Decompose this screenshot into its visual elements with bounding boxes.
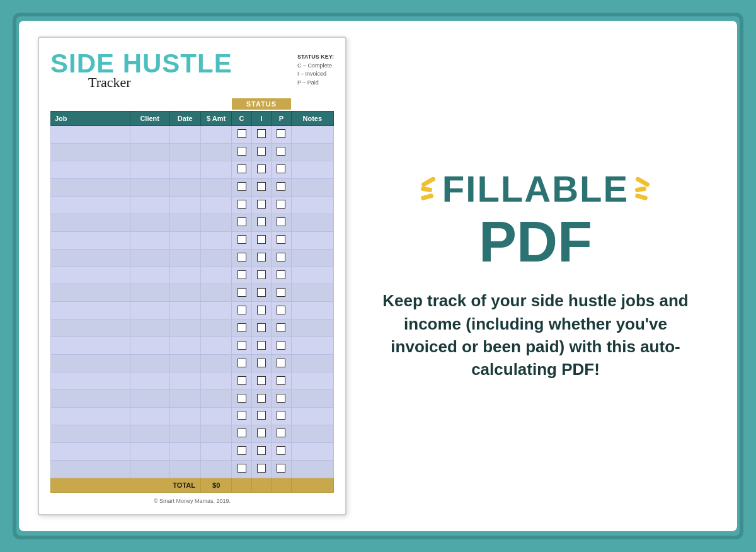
p-cell[interactable] — [272, 319, 291, 337]
c-cell[interactable] — [232, 284, 251, 302]
i-cell[interactable] — [251, 390, 271, 408]
checkbox-icon[interactable] — [257, 359, 266, 367]
i-cell[interactable] — [251, 231, 271, 249]
p-cell[interactable] — [272, 249, 291, 267]
c-cell[interactable] — [232, 196, 251, 214]
p-cell[interactable] — [272, 355, 291, 372]
p-cell[interactable] — [272, 267, 291, 284]
checkbox-icon[interactable] — [277, 235, 285, 244]
checkbox-icon[interactable] — [277, 341, 285, 350]
i-cell[interactable] — [251, 196, 271, 214]
checkbox-icon[interactable] — [277, 446, 285, 455]
checkbox-icon[interactable] — [238, 394, 246, 403]
checkbox-icon[interactable] — [277, 164, 285, 173]
checkbox-icon[interactable] — [277, 270, 285, 279]
checkbox-icon[interactable] — [257, 235, 266, 244]
p-cell[interactable] — [272, 442, 291, 460]
checkbox-icon[interactable] — [238, 182, 246, 191]
c-cell[interactable] — [232, 161, 251, 178]
c-cell[interactable] — [232, 302, 251, 319]
i-cell[interactable] — [251, 284, 271, 302]
i-cell[interactable] — [251, 337, 271, 355]
checkbox-icon[interactable] — [277, 359, 285, 367]
c-cell[interactable] — [232, 178, 251, 196]
i-cell[interactable] — [251, 372, 271, 390]
p-cell[interactable] — [272, 337, 291, 355]
c-cell[interactable] — [232, 442, 251, 460]
c-cell[interactable] — [232, 337, 251, 355]
checkbox-icon[interactable] — [238, 323, 246, 332]
i-cell[interactable] — [251, 178, 271, 196]
p-cell[interactable] — [272, 126, 291, 144]
checkbox-icon[interactable] — [238, 270, 246, 279]
checkbox-icon[interactable] — [238, 359, 246, 367]
checkbox-icon[interactable] — [257, 341, 266, 350]
c-cell[interactable] — [232, 126, 251, 144]
checkbox-icon[interactable] — [257, 428, 266, 437]
checkbox-icon[interactable] — [257, 464, 266, 473]
p-cell[interactable] — [272, 408, 291, 425]
p-cell[interactable] — [272, 390, 291, 408]
checkbox-icon[interactable] — [238, 341, 246, 350]
checkbox-icon[interactable] — [277, 182, 285, 191]
i-cell[interactable] — [251, 214, 271, 231]
i-cell[interactable] — [251, 355, 271, 372]
c-cell[interactable] — [232, 214, 251, 231]
checkbox-icon[interactable] — [238, 253, 246, 262]
checkbox-icon[interactable] — [238, 217, 246, 226]
checkbox-icon[interactable] — [257, 306, 266, 314]
checkbox-icon[interactable] — [257, 323, 266, 332]
checkbox-icon[interactable] — [238, 129, 246, 138]
checkbox-icon[interactable] — [277, 428, 285, 437]
checkbox-icon[interactable] — [277, 129, 285, 138]
c-cell[interactable] — [232, 408, 251, 425]
p-cell[interactable] — [272, 161, 291, 178]
c-cell[interactable] — [232, 267, 251, 284]
checkbox-icon[interactable] — [277, 464, 285, 473]
c-cell[interactable] — [232, 460, 251, 478]
checkbox-icon[interactable] — [257, 129, 266, 138]
p-cell[interactable] — [272, 372, 291, 390]
checkbox-icon[interactable] — [238, 288, 246, 297]
checkbox-icon[interactable] — [257, 376, 266, 385]
i-cell[interactable] — [251, 302, 271, 319]
i-cell[interactable] — [251, 267, 271, 284]
checkbox-icon[interactable] — [238, 464, 246, 473]
checkbox-icon[interactable] — [257, 446, 266, 455]
checkbox-icon[interactable] — [257, 164, 266, 173]
i-cell[interactable] — [251, 126, 271, 144]
checkbox-icon[interactable] — [277, 200, 285, 209]
c-cell[interactable] — [232, 319, 251, 337]
c-cell[interactable] — [232, 355, 251, 372]
p-cell[interactable] — [272, 302, 291, 319]
checkbox-icon[interactable] — [257, 270, 266, 279]
p-cell[interactable] — [272, 231, 291, 249]
p-cell[interactable] — [272, 214, 291, 231]
checkbox-icon[interactable] — [257, 253, 266, 262]
c-cell[interactable] — [232, 372, 251, 390]
c-cell[interactable] — [232, 231, 251, 249]
checkbox-icon[interactable] — [238, 200, 246, 209]
c-cell[interactable] — [232, 390, 251, 408]
i-cell[interactable] — [251, 408, 271, 425]
checkbox-icon[interactable] — [257, 182, 266, 191]
checkbox-icon[interactable] — [238, 235, 246, 244]
checkbox-icon[interactable] — [257, 200, 266, 209]
i-cell[interactable] — [251, 249, 271, 267]
c-cell[interactable] — [232, 425, 251, 442]
c-cell[interactable] — [232, 143, 251, 161]
checkbox-icon[interactable] — [277, 394, 285, 403]
checkbox-icon[interactable] — [277, 288, 285, 297]
checkbox-icon[interactable] — [257, 288, 266, 297]
i-cell[interactable] — [251, 143, 271, 161]
checkbox-icon[interactable] — [238, 147, 246, 156]
p-cell[interactable] — [272, 460, 291, 478]
checkbox-icon[interactable] — [257, 147, 266, 156]
i-cell[interactable] — [251, 161, 271, 178]
checkbox-icon[interactable] — [277, 411, 285, 420]
checkbox-icon[interactable] — [277, 376, 285, 385]
checkbox-icon[interactable] — [257, 411, 266, 420]
i-cell[interactable] — [251, 319, 271, 337]
p-cell[interactable] — [272, 178, 291, 196]
checkbox-icon[interactable] — [238, 428, 246, 437]
